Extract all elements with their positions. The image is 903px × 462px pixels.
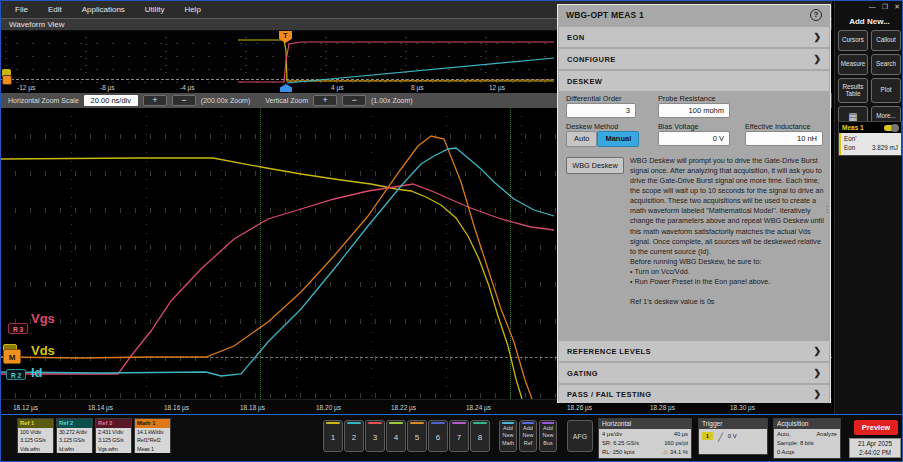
minimize-icon[interactable]: — (869, 3, 876, 11)
overview-id-trace (287, 58, 554, 83)
v-zoom-increase-button[interactable]: + (313, 95, 337, 106)
close-icon[interactable]: ✕ (894, 3, 900, 11)
add-new-bus-button[interactable]: Add New Bus (539, 420, 557, 452)
cursors-button[interactable]: Cursors (838, 30, 868, 51)
add-new-header: Add New... (835, 17, 903, 26)
restore-icon[interactable]: ❐ (882, 3, 888, 11)
section-pass-fail-testing[interactable]: PASS / FAIL TESTING ❯ (559, 385, 829, 403)
deskew-auto-button[interactable]: Auto (566, 131, 597, 147)
horizontal-zoom-scale-input[interactable]: 20.00 ns/div (84, 95, 138, 106)
channel-1-button[interactable]: 1 (323, 420, 343, 452)
help-icon[interactable]: ? (810, 9, 822, 21)
v-zoom-decrease-button[interactable]: − (342, 95, 366, 106)
sidebar-button-grid: Cursors Callout Measure Search Results T… (838, 30, 902, 127)
overview-tick: 4 µs (331, 84, 343, 91)
warning-icon: ⚠ (663, 449, 668, 455)
effective-inductance-label: Effective Inductance (745, 122, 811, 131)
menu-file[interactable]: File (15, 5, 28, 14)
trigger-level: 0 V (728, 432, 737, 444)
measure-button[interactable]: Measure (838, 54, 868, 75)
bottom-bar: Ref 1 100 V/div 3.125 GS/s Vds.wfm Ref 2… (1, 414, 903, 462)
deskew-manual-button[interactable]: Manual (597, 131, 639, 147)
time-tick: 18.26 µs (567, 404, 592, 411)
math-power-trace (1, 136, 532, 399)
horizontal-zoom-scale-label: Horizontal Zoom Scale (8, 97, 79, 104)
channel-5-button[interactable]: 5 (407, 420, 427, 452)
overview-tick: -8 µs (100, 84, 115, 91)
bias-voltage-label: Bias Voltage (658, 122, 699, 131)
time-tick: 18.30 µs (730, 404, 755, 411)
overview-vds-trace (238, 40, 554, 81)
time-tick: 18.18 µs (240, 404, 265, 411)
meas1-title: Meas 1 (842, 124, 864, 131)
meas1-results-badge[interactable]: Meas 1 Eon' Eon 3.829 mJ (838, 121, 902, 156)
trigger-badge[interactable]: Trigger 1 ╱ 0 V (698, 418, 768, 455)
overview-tick: 12 µs (489, 84, 505, 91)
add-new-ref-button[interactable]: Add New Ref (519, 420, 537, 452)
add-new-math-button[interactable]: Add New Math (499, 420, 517, 452)
section-deskew[interactable]: DESKEW (559, 71, 829, 91)
probe-resistance-input[interactable]: 100 mohm (658, 103, 730, 118)
chevron-right-icon: ❯ (813, 32, 821, 42)
plot-button[interactable]: Plot (871, 78, 901, 103)
id-trace (1, 148, 554, 376)
h-zoom-decrease-button[interactable]: − (172, 95, 196, 106)
meas1-body: Eon' Eon 3.829 mJ (839, 133, 901, 155)
menu-edit[interactable]: Edit (48, 5, 62, 14)
probe-resistance-label: Probe Resistance (658, 94, 716, 103)
ref2-channel-badge[interactable]: R 2 (6, 369, 26, 380)
menu-help[interactable]: Help (184, 5, 200, 14)
meas1-row1: Eon' (844, 134, 856, 143)
time-tick: 18.16 µs (164, 404, 189, 411)
time-tick: 18.28 µs (650, 404, 675, 411)
section-gating[interactable]: GATING ❯ (559, 363, 829, 383)
results-table-button[interactable]: Results Table (838, 78, 868, 103)
channel-4-button[interactable]: 4 (386, 420, 406, 452)
trigger-source-icon: 1 (702, 432, 713, 440)
deskew-description: WBG Deskew will prompt you to drive the … (630, 156, 824, 307)
vertical-zoom-label: Vertical Zoom (265, 97, 308, 104)
window-controls: — ❐ ✕ (869, 3, 900, 11)
channel-8-button[interactable]: 8 (470, 420, 490, 452)
math-channel-badge[interactable]: M (3, 349, 21, 364)
vds-trace-label: Vds (31, 343, 55, 358)
h-zoom-factor-label: (200.00x Zoom) (201, 97, 250, 104)
section-reference-levels[interactable]: REFERENCE LEVELS ❯ (559, 341, 829, 361)
search-button[interactable]: Search (871, 54, 901, 75)
chevron-right-icon: ❯ (813, 368, 821, 378)
wbg-deskew-button[interactable]: WBG Deskew (566, 157, 624, 174)
ref2-badge[interactable]: Ref 2 30.272 A/div 3.125 GS/s Id.wfm (56, 418, 93, 453)
channel-6-button[interactable]: 6 (428, 420, 448, 452)
trigger-slope-icon: ╱ (718, 432, 723, 444)
section-configure[interactable]: CONFIGURE ❯ (559, 49, 829, 69)
vgs-trace (1, 184, 554, 374)
horizontal-badge[interactable]: Horizontal 4 µs/div40 µs SR: 6.25 GS/s16… (598, 418, 692, 459)
menu-utility[interactable]: Utility (145, 5, 165, 14)
math1-badge[interactable]: Math 1 14.1 kW/div Ref1*Ref2 Meas 1 (134, 418, 171, 453)
channel-2-button[interactable]: 2 (344, 420, 364, 452)
ref1-badge[interactable]: Ref 1 100 V/div 3.125 GS/s Vds.wfm (17, 418, 54, 453)
h-zoom-increase-button[interactable]: + (143, 95, 167, 106)
chevron-right-icon: ❯ (813, 346, 821, 356)
callout-button[interactable]: Callout (871, 30, 901, 51)
panel-title: WBG-OPT MEAS 1 (566, 10, 644, 20)
menu-applications[interactable]: Applications (82, 5, 125, 14)
deskew-method-segmented: Auto Manual (566, 131, 639, 147)
section-eon[interactable]: EON ❯ (559, 27, 829, 47)
time-tick: 18.20 µs (316, 404, 341, 411)
time-tick: 18.12 µs (13, 404, 38, 411)
effective-inductance-input[interactable]: 10 nH (745, 131, 823, 146)
ref3-channel-badge[interactable]: R 3 (8, 323, 28, 334)
channel-3-button[interactable]: 3 (365, 420, 385, 452)
channel-7-button[interactable]: 7 (449, 420, 469, 452)
ref3-badge[interactable]: Ref 3 2.431 V/div 3.125 GS/s Vgs.wfm (95, 418, 132, 453)
acquisition-badge[interactable]: Acquisition Auto,Analyze Sample: 8 bits … (773, 418, 841, 459)
v-zoom-factor-label: (1.00x Zoom) (371, 97, 413, 104)
bias-voltage-input[interactable]: 0 V (658, 131, 730, 146)
panel-drag-handle[interactable]: ⋮ (823, 205, 831, 214)
waveform-view-label: Waveform View (9, 20, 65, 29)
afg-button[interactable]: AFG (567, 420, 593, 452)
meas1-toggle[interactable] (884, 125, 898, 131)
preview-button[interactable]: Preview (854, 420, 898, 435)
differential-order-input[interactable]: 3 (566, 103, 636, 118)
